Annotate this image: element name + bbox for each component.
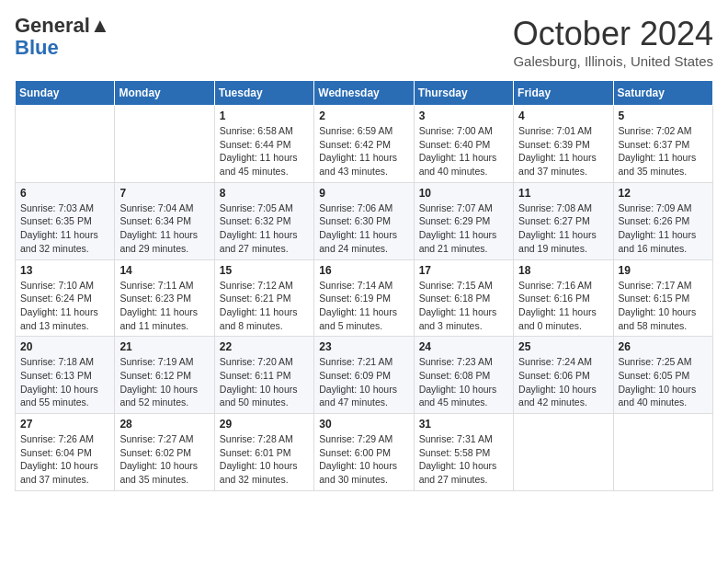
day-number: 18 bbox=[518, 264, 608, 277]
calendar-cell: 7Sunrise: 7:04 AMSunset: 6:34 PMDaylight… bbox=[115, 182, 214, 259]
day-header-sunday: Sunday bbox=[16, 81, 115, 106]
day-number: 15 bbox=[220, 264, 309, 277]
calendar-cell: 31Sunrise: 7:31 AMSunset: 5:58 PMDayligh… bbox=[414, 414, 513, 491]
calendar-cell bbox=[514, 414, 613, 491]
day-header-saturday: Saturday bbox=[613, 81, 712, 106]
day-number: 29 bbox=[220, 418, 309, 431]
day-number: 13 bbox=[20, 264, 109, 277]
logo: General▲ Blue bbox=[15, 15, 110, 59]
calendar-cell: 2Sunrise: 6:59 AMSunset: 6:42 PMDaylight… bbox=[314, 106, 414, 183]
calendar-cell: 12Sunrise: 7:09 AMSunset: 6:26 PMDayligh… bbox=[613, 182, 712, 259]
day-info: Sunrise: 7:11 AMSunset: 6:23 PMDaylight:… bbox=[119, 279, 209, 333]
day-info: Sunrise: 7:02 AMSunset: 6:37 PMDaylight:… bbox=[619, 124, 708, 178]
calendar-cell: 22Sunrise: 7:20 AMSunset: 6:11 PMDayligh… bbox=[214, 337, 313, 414]
calendar-cell: 19Sunrise: 7:17 AMSunset: 6:15 PMDayligh… bbox=[613, 259, 712, 337]
calendar-cell: 21Sunrise: 7:19 AMSunset: 6:12 PMDayligh… bbox=[115, 337, 214, 414]
day-info: Sunrise: 7:04 AMSunset: 6:34 PMDaylight:… bbox=[119, 201, 209, 256]
calendar-cell bbox=[613, 414, 712, 491]
day-info: Sunrise: 7:19 AMSunset: 6:12 PMDaylight:… bbox=[119, 355, 209, 409]
day-header-friday: Friday bbox=[514, 81, 613, 106]
day-number: 6 bbox=[20, 187, 109, 200]
calendar-cell: 18Sunrise: 7:16 AMSunset: 6:16 PMDayligh… bbox=[514, 259, 613, 337]
day-info: Sunrise: 7:12 AMSunset: 6:21 PMDaylight:… bbox=[220, 279, 309, 333]
calendar-cell: 15Sunrise: 7:12 AMSunset: 6:21 PMDayligh… bbox=[214, 259, 313, 337]
day-number: 26 bbox=[619, 340, 708, 353]
day-info: Sunrise: 7:25 AMSunset: 6:05 PMDaylight:… bbox=[619, 355, 708, 409]
calendar-week-3: 13Sunrise: 7:10 AMSunset: 6:24 PMDayligh… bbox=[16, 259, 713, 337]
day-number: 4 bbox=[518, 109, 608, 122]
calendar-cell: 11Sunrise: 7:08 AMSunset: 6:27 PMDayligh… bbox=[514, 182, 613, 259]
calendar-cell bbox=[16, 106, 115, 183]
day-number: 28 bbox=[119, 418, 209, 431]
calendar-cell: 3Sunrise: 7:00 AMSunset: 6:40 PMDaylight… bbox=[414, 106, 513, 183]
calendar-week-4: 20Sunrise: 7:18 AMSunset: 6:13 PMDayligh… bbox=[16, 337, 713, 414]
day-info: Sunrise: 7:09 AMSunset: 6:26 PMDaylight:… bbox=[619, 201, 708, 256]
day-info: Sunrise: 7:08 AMSunset: 6:27 PMDaylight:… bbox=[518, 201, 608, 256]
calendar-cell: 28Sunrise: 7:27 AMSunset: 6:02 PMDayligh… bbox=[115, 414, 214, 491]
calendar-cell: 14Sunrise: 7:11 AMSunset: 6:23 PMDayligh… bbox=[115, 259, 214, 337]
location-subtitle: Galesburg, Illinois, United States bbox=[513, 53, 713, 69]
calendar-cell: 25Sunrise: 7:24 AMSunset: 6:06 PMDayligh… bbox=[514, 337, 613, 414]
day-info: Sunrise: 7:31 AMSunset: 5:58 PMDaylight:… bbox=[419, 432, 508, 487]
calendar-cell: 26Sunrise: 7:25 AMSunset: 6:05 PMDayligh… bbox=[613, 337, 712, 414]
day-info: Sunrise: 7:01 AMSunset: 6:39 PMDaylight:… bbox=[518, 124, 608, 178]
day-info: Sunrise: 7:00 AMSunset: 6:40 PMDaylight:… bbox=[419, 124, 508, 178]
day-number: 17 bbox=[419, 264, 508, 277]
day-number: 5 bbox=[619, 109, 708, 122]
day-number: 22 bbox=[220, 340, 309, 353]
page-header: General▲ Blue October 2024 Galesburg, Il… bbox=[15, 15, 713, 69]
day-info: Sunrise: 6:59 AMSunset: 6:42 PMDaylight:… bbox=[319, 124, 408, 178]
day-number: 25 bbox=[518, 340, 608, 353]
calendar-cell: 27Sunrise: 7:26 AMSunset: 6:04 PMDayligh… bbox=[16, 414, 115, 491]
calendar-cell: 13Sunrise: 7:10 AMSunset: 6:24 PMDayligh… bbox=[16, 259, 115, 337]
day-info: Sunrise: 7:07 AMSunset: 6:29 PMDaylight:… bbox=[419, 201, 508, 256]
calendar-cell: 5Sunrise: 7:02 AMSunset: 6:37 PMDaylight… bbox=[613, 106, 712, 183]
day-number: 7 bbox=[119, 187, 209, 200]
day-number: 10 bbox=[419, 187, 508, 200]
day-number: 23 bbox=[319, 340, 408, 353]
day-info: Sunrise: 7:06 AMSunset: 6:30 PMDaylight:… bbox=[319, 201, 408, 256]
logo-blue: Blue bbox=[15, 36, 59, 59]
calendar-week-2: 6Sunrise: 7:03 AMSunset: 6:35 PMDaylight… bbox=[16, 182, 713, 259]
day-info: Sunrise: 7:29 AMSunset: 6:00 PMDaylight:… bbox=[319, 432, 408, 487]
day-info: Sunrise: 7:18 AMSunset: 6:13 PMDaylight:… bbox=[20, 355, 109, 409]
day-number: 12 bbox=[619, 187, 708, 200]
calendar-week-5: 27Sunrise: 7:26 AMSunset: 6:04 PMDayligh… bbox=[16, 414, 713, 491]
day-number: 30 bbox=[319, 418, 408, 431]
calendar-cell: 20Sunrise: 7:18 AMSunset: 6:13 PMDayligh… bbox=[16, 337, 115, 414]
logo-general: General▲ bbox=[15, 15, 110, 37]
calendar-cell: 8Sunrise: 7:05 AMSunset: 6:32 PMDaylight… bbox=[214, 182, 313, 259]
calendar-cell: 30Sunrise: 7:29 AMSunset: 6:00 PMDayligh… bbox=[314, 414, 414, 491]
calendar-week-1: 1Sunrise: 6:58 AMSunset: 6:44 PMDaylight… bbox=[16, 106, 713, 183]
day-info: Sunrise: 7:17 AMSunset: 6:15 PMDaylight:… bbox=[619, 279, 708, 333]
day-number: 9 bbox=[319, 187, 408, 200]
day-header-thursday: Thursday bbox=[414, 81, 513, 106]
day-number: 3 bbox=[419, 109, 508, 122]
day-number: 27 bbox=[20, 418, 109, 431]
day-info: Sunrise: 7:14 AMSunset: 6:19 PMDaylight:… bbox=[319, 279, 408, 333]
day-info: Sunrise: 7:10 AMSunset: 6:24 PMDaylight:… bbox=[20, 279, 109, 333]
calendar-header-row: SundayMondayTuesdayWednesdayThursdayFrid… bbox=[16, 81, 713, 106]
day-info: Sunrise: 7:05 AMSunset: 6:32 PMDaylight:… bbox=[220, 201, 309, 256]
day-info: Sunrise: 7:21 AMSunset: 6:09 PMDaylight:… bbox=[319, 355, 408, 409]
calendar-cell: 6Sunrise: 7:03 AMSunset: 6:35 PMDaylight… bbox=[16, 182, 115, 259]
day-header-tuesday: Tuesday bbox=[214, 81, 313, 106]
calendar-cell: 10Sunrise: 7:07 AMSunset: 6:29 PMDayligh… bbox=[414, 182, 513, 259]
day-info: Sunrise: 7:20 AMSunset: 6:11 PMDaylight:… bbox=[220, 355, 309, 409]
day-info: Sunrise: 7:23 AMSunset: 6:08 PMDaylight:… bbox=[419, 355, 508, 409]
calendar-cell: 17Sunrise: 7:15 AMSunset: 6:18 PMDayligh… bbox=[414, 259, 513, 337]
day-info: Sunrise: 7:28 AMSunset: 6:01 PMDaylight:… bbox=[220, 432, 309, 487]
day-info: Sunrise: 7:15 AMSunset: 6:18 PMDaylight:… bbox=[419, 279, 508, 333]
day-header-monday: Monday bbox=[115, 81, 214, 106]
calendar-cell: 16Sunrise: 7:14 AMSunset: 6:19 PMDayligh… bbox=[314, 259, 414, 337]
day-info: Sunrise: 7:27 AMSunset: 6:02 PMDaylight:… bbox=[119, 432, 209, 487]
month-title: October 2024 bbox=[513, 15, 713, 53]
calendar-cell: 29Sunrise: 7:28 AMSunset: 6:01 PMDayligh… bbox=[214, 414, 313, 491]
day-info: Sunrise: 6:58 AMSunset: 6:44 PMDaylight:… bbox=[220, 124, 309, 178]
day-number: 21 bbox=[119, 340, 209, 353]
day-number: 31 bbox=[419, 418, 508, 431]
calendar-cell: 4Sunrise: 7:01 AMSunset: 6:39 PMDaylight… bbox=[514, 106, 613, 183]
calendar-cell: 23Sunrise: 7:21 AMSunset: 6:09 PMDayligh… bbox=[314, 337, 414, 414]
day-number: 19 bbox=[619, 264, 708, 277]
calendar-cell bbox=[115, 106, 214, 183]
